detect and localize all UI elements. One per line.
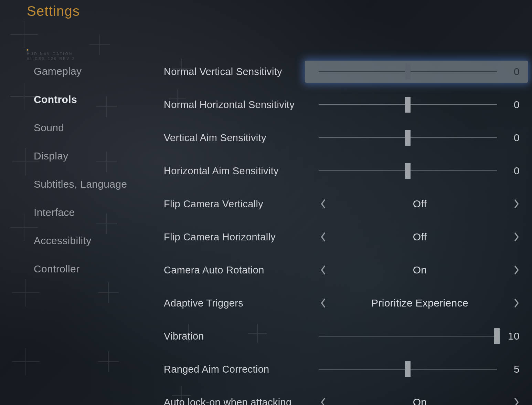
chevron-right-icon[interactable] bbox=[512, 398, 521, 405]
settings-sidebar: GameplayControlsSoundDisplaySubtitles, L… bbox=[34, 65, 127, 275]
slider-track[interactable] bbox=[319, 369, 497, 370]
slider-value: 0 bbox=[497, 132, 521, 144]
option-row: Adaptive TriggersPrioritize Experience bbox=[164, 293, 528, 313]
option-label: Normal Horizontal Sensitivity bbox=[164, 99, 305, 111]
option-row: Ranged Aim Correction5 bbox=[164, 360, 528, 379]
slider-track[interactable] bbox=[319, 104, 497, 105]
option-label: Flip Camera Horizontally bbox=[164, 231, 305, 243]
sidebar-item-subtitles-language[interactable]: Subtitles, Language bbox=[34, 178, 127, 190]
option-label: Vertical Aim Sensitivity bbox=[164, 132, 305, 144]
slider-value: 5 bbox=[497, 363, 521, 375]
sidebar-item-display[interactable]: Display bbox=[34, 150, 127, 162]
slider-thumb[interactable] bbox=[405, 97, 411, 113]
slider-thumb[interactable] bbox=[405, 64, 411, 80]
sidebar-item-gameplay[interactable]: Gameplay bbox=[34, 65, 127, 77]
select-value: Off bbox=[328, 231, 512, 243]
chevron-left-icon[interactable] bbox=[319, 398, 328, 405]
option-row: Flip Camera VerticallyOff bbox=[164, 194, 528, 214]
sidebar-item-interface[interactable]: Interface bbox=[34, 207, 127, 218]
slider-track[interactable] bbox=[319, 336, 497, 336]
option-label: Vibration bbox=[164, 331, 305, 342]
option-label: Camera Auto Rotation bbox=[164, 264, 305, 276]
slider-thumb[interactable] bbox=[405, 361, 411, 377]
hud-accent-dot bbox=[27, 49, 28, 51]
sidebar-item-accessibility[interactable]: Accessibility bbox=[34, 235, 127, 247]
chevron-left-icon[interactable] bbox=[319, 266, 328, 274]
option-label: Adaptive Triggers bbox=[164, 298, 305, 309]
slider-control[interactable]: 0 bbox=[305, 127, 528, 149]
option-row: Auto lock-on when attackingOn bbox=[164, 393, 528, 405]
chevron-left-icon[interactable] bbox=[319, 299, 328, 308]
slider-control[interactable]: 0 bbox=[305, 94, 528, 116]
slider-value: 0 bbox=[497, 66, 521, 77]
option-row: Vertical Aim Sensitivity0 bbox=[164, 128, 528, 147]
hud-label: HUD NAVIGATION AI-CSS-120 REV 2 bbox=[27, 52, 75, 61]
settings-options: Normal Vertical Sensitivity0Normal Horiz… bbox=[164, 62, 528, 405]
select-value: Prioritize Experience bbox=[328, 297, 512, 309]
select-control[interactable]: On bbox=[305, 259, 528, 281]
slider-thumb[interactable] bbox=[494, 328, 500, 344]
sidebar-item-sound[interactable]: Sound bbox=[34, 122, 127, 134]
select-value: On bbox=[328, 396, 512, 405]
slider-value: 0 bbox=[497, 165, 521, 177]
chevron-right-icon[interactable] bbox=[512, 232, 521, 241]
slider-value: 10 bbox=[497, 330, 521, 342]
slider-track[interactable] bbox=[319, 71, 497, 72]
page-title: Settings bbox=[27, 3, 80, 19]
slider-thumb[interactable] bbox=[405, 130, 411, 146]
option-label: Auto lock-on when attacking bbox=[164, 397, 305, 405]
option-label: Flip Camera Vertically bbox=[164, 198, 305, 210]
select-value: Off bbox=[328, 198, 512, 210]
slider-track[interactable] bbox=[319, 137, 497, 138]
option-row: Camera Auto RotationOn bbox=[164, 260, 528, 280]
slider-control[interactable]: 5 bbox=[305, 358, 528, 380]
sidebar-item-controller[interactable]: Controller bbox=[34, 263, 127, 275]
select-control[interactable]: On bbox=[305, 391, 528, 405]
chevron-right-icon[interactable] bbox=[512, 199, 521, 208]
option-row: Vibration10 bbox=[164, 326, 528, 346]
select-control[interactable]: Prioritize Experience bbox=[305, 292, 528, 314]
sidebar-item-controls[interactable]: Controls bbox=[34, 94, 127, 105]
chevron-right-icon[interactable] bbox=[512, 299, 521, 308]
slider-control[interactable]: 0 bbox=[305, 61, 528, 83]
option-row: Normal Vertical Sensitivity0 bbox=[164, 62, 528, 81]
option-label: Horizontal Aim Sensitivity bbox=[164, 165, 305, 177]
option-label: Ranged Aim Correction bbox=[164, 364, 305, 375]
chevron-left-icon[interactable] bbox=[319, 199, 328, 208]
chevron-left-icon[interactable] bbox=[319, 232, 328, 241]
option-label: Normal Vertical Sensitivity bbox=[164, 66, 305, 77]
select-control[interactable]: Off bbox=[305, 193, 528, 215]
chevron-right-icon[interactable] bbox=[512, 266, 521, 274]
slider-control[interactable]: 0 bbox=[305, 160, 528, 182]
option-row: Flip Camera HorizontallyOff bbox=[164, 227, 528, 247]
option-row: Normal Horizontal Sensitivity0 bbox=[164, 95, 528, 114]
slider-control[interactable]: 10 bbox=[305, 325, 528, 347]
select-value: On bbox=[328, 264, 512, 276]
slider-thumb[interactable] bbox=[405, 163, 411, 179]
select-control[interactable]: Off bbox=[305, 226, 528, 248]
slider-track[interactable] bbox=[319, 170, 497, 171]
option-row: Horizontal Aim Sensitivity0 bbox=[164, 161, 528, 180]
slider-value: 0 bbox=[497, 99, 521, 111]
